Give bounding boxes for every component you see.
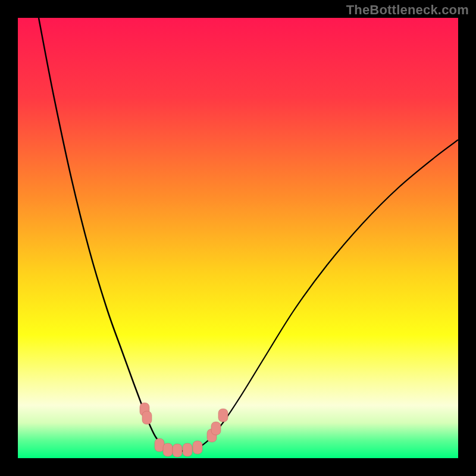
plot-area [18, 18, 458, 458]
curve-left-branch [39, 18, 184, 451]
trough-marker [163, 443, 173, 456]
trough-markers [140, 403, 228, 457]
trough-marker [155, 439, 164, 452]
trough-marker [218, 409, 228, 422]
trough-marker [142, 411, 152, 424]
trough-marker [193, 441, 202, 454]
curve-layer [18, 18, 458, 458]
trough-marker [211, 422, 221, 435]
outer-black-frame: TheBottleneck.com [0, 0, 476, 476]
watermark-text: TheBottleneck.com [346, 2, 469, 18]
curve-right-branch [196, 140, 458, 449]
trough-marker [173, 444, 182, 457]
trough-marker [183, 443, 192, 456]
